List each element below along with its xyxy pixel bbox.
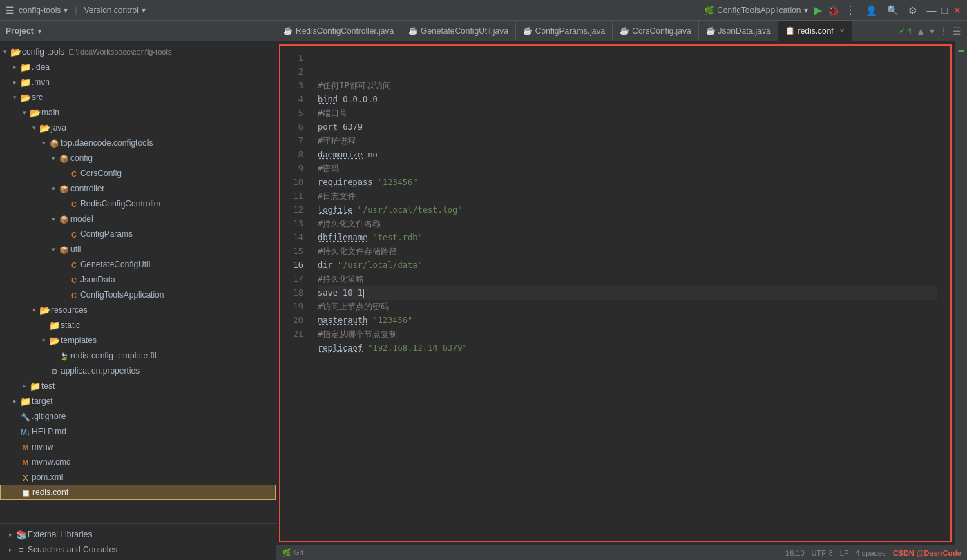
tree-item-mvnw.cmd[interactable]: Mmvnw.cmd: [0, 454, 276, 470]
label-static: static: [61, 320, 80, 330]
icon-templates: 📂: [48, 336, 61, 346]
icon-resources: 📂: [39, 305, 51, 316]
tree-item-target[interactable]: ▸📁target: [0, 394, 276, 409]
scroll-up-tab[interactable]: ▲: [916, 26, 926, 37]
check-badge: ✓ 4: [899, 26, 912, 36]
icon-mvn: 📁: [19, 77, 32, 88]
chevron-model[interactable]: ▾: [48, 215, 58, 222]
tree-item-RedisConfigController[interactable]: CRedisConfigController: [0, 196, 276, 211]
tree-item-controller[interactable]: ▾📦controller: [0, 181, 276, 196]
tree-item-redis-config-template[interactable]: 🍃redis-config-template.ftl: [0, 348, 276, 363]
maximize-button[interactable]: □: [942, 5, 948, 16]
tree-item-gitignore[interactable]: 🔧.gitignore: [0, 409, 276, 424]
close-button[interactable]: ✕: [953, 5, 961, 16]
tree-item-java[interactable]: ▾📂java: [0, 120, 276, 135]
status-bar-right: 16:10 UTF-8 LF 4 spaces CSDN @DaenCode: [785, 549, 961, 557]
chevron-config-tools[interactable]: ▾: [0, 48, 10, 55]
tree-item-resources[interactable]: ▾📂resources: [0, 302, 276, 318]
git-status[interactable]: 🌿 Git: [282, 548, 303, 557]
app-name-badge[interactable]: 🌿 ConfigToolsApplication ▾: [704, 6, 807, 15]
chevron-top[interactable]: ▾: [39, 139, 48, 146]
minimize-button[interactable]: —: [927, 5, 937, 16]
label-config: config: [70, 153, 93, 163]
icon-JsonData: C: [68, 275, 80, 285]
settings-icon[interactable]: ⚙: [908, 5, 917, 16]
tab-redis.conf[interactable]: 📋redis.conf✕: [778, 21, 852, 41]
chevron-target[interactable]: ▸: [10, 398, 19, 405]
run-button[interactable]: ▶: [814, 3, 822, 17]
tree-item-static[interactable]: 📁static: [0, 318, 276, 333]
chevron-util[interactable]: ▾: [48, 246, 58, 253]
tree-item-redis.conf[interactable]: 📋redis.conf: [0, 485, 276, 500]
code-content[interactable]: #任何IP都可以访问bind 0.0.0.0#端口号port 6379#守护进程…: [309, 46, 945, 541]
code-line-14: dir "/usr/local/data": [318, 258, 937, 272]
tab-RedisConfigController[interactable]: ☕RedisConfigController.java: [276, 21, 401, 41]
debug-button[interactable]: 🐞: [827, 5, 839, 16]
chevron-main[interactable]: ▾: [19, 109, 29, 116]
tab-JsonData[interactable]: ☕JsonData.java: [699, 21, 778, 41]
encoding-indicator[interactable]: UTF-8: [812, 549, 833, 557]
chevron-resources[interactable]: ▾: [29, 307, 39, 313]
tree-item-idea[interactable]: ▸📁.idea: [0, 59, 276, 75]
tree-item-top[interactable]: ▾📦top.daencode.configtools: [0, 135, 276, 151]
tab-GenetateConfigUtil[interactable]: ☕GenetateConfigUtil.java: [401, 21, 516, 41]
tree-item-config-tools[interactable]: ▾📂config-toolsE:\IdeaWorkspace\config-to…: [0, 44, 276, 59]
search-icon[interactable]: 🔍: [887, 5, 899, 16]
project-selector[interactable]: config-tools ▾: [19, 6, 68, 15]
tab-more-btn[interactable]: ⋮: [939, 26, 948, 37]
chevron-test[interactable]: ▸: [19, 383, 29, 389]
line-col-indicator[interactable]: 16:10: [785, 549, 805, 557]
tree-item-JsonData[interactable]: CJsonData: [0, 272, 276, 287]
tree-item-mvn[interactable]: ▸📁.mvn: [0, 75, 276, 90]
chevron-config[interactable]: ▾: [48, 155, 58, 162]
label-main: main: [41, 108, 59, 117]
icon-mvnw: M: [19, 442, 32, 452]
icon-main: 📂: [29, 108, 41, 118]
icon-redis-config-template: 🍃: [58, 351, 70, 361]
code-editor-wrapper[interactable]: 123456789101112131415161718192021 #任何IP都…: [279, 44, 952, 542]
chevron-idea[interactable]: ▸: [10, 64, 19, 70]
version-control-selector[interactable]: Version control ▾: [84, 6, 146, 15]
tree-item-ConfigToolsApplication[interactable]: CConfigToolsApplication: [0, 287, 276, 302]
tab-label-RedisConfigController: RedisConfigController.java: [296, 26, 394, 36]
sidebar-title-chevron[interactable]: ▾: [38, 28, 41, 35]
tree-item-main[interactable]: ▾📂main: [0, 105, 276, 120]
chevron-src[interactable]: ▾: [10, 94, 19, 101]
tab-CorsConfig[interactable]: ☕CorsConfig.java: [613, 21, 698, 41]
tree-item-ConfigParams[interactable]: CConfigParams: [0, 226, 276, 242]
tree-item-application.properties[interactable]: ⚙application.properties: [0, 363, 276, 378]
tab-close-redis.conf[interactable]: ✕: [839, 27, 845, 35]
tree-item-HELP[interactable]: M↓HELP.md: [0, 424, 276, 439]
more-options-button[interactable]: ⋮: [845, 3, 856, 17]
tree-item-GenetateConfigUtil[interactable]: CGenetateConfigUtil: [0, 257, 276, 272]
label-mvnw.cmd: mvnw.cmd: [32, 457, 71, 467]
tree-item-src[interactable]: ▾📂src: [0, 90, 276, 105]
tree-item-config[interactable]: ▾📦config: [0, 151, 276, 166]
line-ending-indicator[interactable]: LF: [840, 549, 849, 557]
chevron-controller[interactable]: ▾: [48, 185, 58, 192]
label-application.properties: application.properties: [61, 366, 140, 376]
check-count: 4: [907, 26, 912, 36]
tree-item-CorsConfig[interactable]: CCorsConfig: [0, 166, 276, 181]
external-libraries-chevron: ▸: [6, 531, 15, 538]
tab-icon-JsonData: ☕: [706, 26, 716, 35]
tree-item-pom.xml[interactable]: Xpom.xml: [0, 470, 276, 485]
label-HELP: HELP.md: [32, 427, 66, 436]
hamburger-icon[interactable]: ☰: [6, 5, 15, 16]
tree-item-mvnw[interactable]: Mmvnw: [0, 439, 276, 454]
chevron-java[interactable]: ▾: [29, 124, 39, 131]
tree-item-model[interactable]: ▾📦model: [0, 211, 276, 226]
indent-indicator[interactable]: 4 spaces: [856, 549, 886, 557]
chevron-templates[interactable]: ▾: [39, 337, 48, 344]
scratches-consoles-label: Scratches and Consoles: [28, 545, 117, 554]
user-icon[interactable]: 👤: [865, 5, 877, 16]
external-libraries-item[interactable]: ▸ 📚 External Libraries: [0, 527, 276, 542]
tree-item-test[interactable]: ▸📁test: [0, 378, 276, 394]
tree-item-templates[interactable]: ▾📂templates: [0, 333, 276, 348]
scroll-down-tab[interactable]: ▾: [930, 26, 935, 37]
scratches-consoles-item[interactable]: ▸ ≡ Scratches and Consoles: [0, 542, 276, 557]
tree-item-util[interactable]: ▾📦util: [0, 242, 276, 257]
tab-ConfigParams[interactable]: ☕ConfigParams.java: [516, 21, 613, 41]
sidebar-toggle-btn[interactable]: ☰: [952, 26, 961, 37]
chevron-mvn[interactable]: ▸: [10, 79, 19, 86]
